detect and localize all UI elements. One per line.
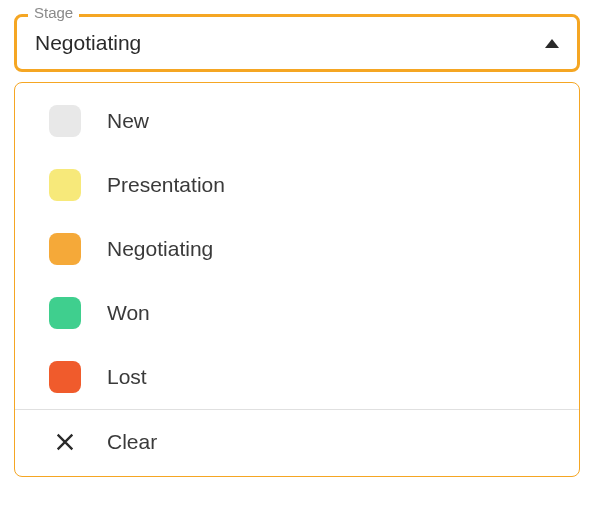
field-label: Stage	[28, 4, 79, 21]
chevron-up-icon	[545, 39, 559, 48]
stage-select: Stage Negotiating New Presentation Negot…	[14, 14, 580, 477]
option-negotiating[interactable]: Negotiating	[15, 217, 579, 281]
option-won[interactable]: Won	[15, 281, 579, 345]
option-label: Won	[107, 301, 150, 325]
option-presentation[interactable]: Presentation	[15, 153, 579, 217]
option-clear[interactable]: Clear	[15, 410, 579, 474]
selected-value: Negotiating	[35, 31, 141, 55]
color-swatch	[49, 297, 81, 329]
stage-dropdown: New Presentation Negotiating Won Lost	[14, 82, 580, 477]
color-swatch	[49, 233, 81, 265]
option-new[interactable]: New	[15, 89, 579, 153]
color-swatch	[49, 105, 81, 137]
option-label: New	[107, 109, 149, 133]
clear-label: Clear	[107, 430, 157, 454]
option-label: Lost	[107, 365, 147, 389]
option-lost[interactable]: Lost	[15, 345, 579, 409]
option-label: Presentation	[107, 173, 225, 197]
stage-select-button[interactable]: Negotiating	[14, 14, 580, 72]
color-swatch	[49, 169, 81, 201]
clear-icon	[49, 426, 81, 458]
color-swatch	[49, 361, 81, 393]
option-label: Negotiating	[107, 237, 213, 261]
